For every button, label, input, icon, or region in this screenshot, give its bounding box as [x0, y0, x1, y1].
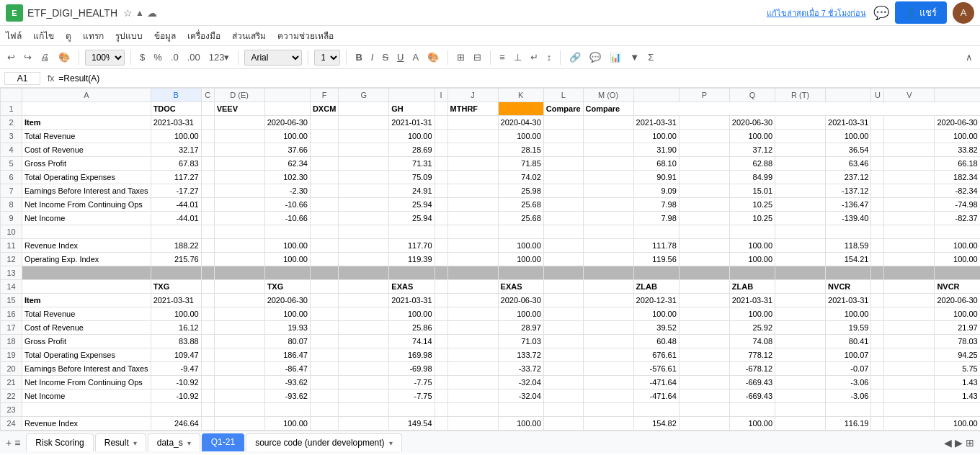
- cell-19-0[interactable]: Total Operating Expenses: [22, 348, 151, 362]
- cell-9-18[interactable]: [871, 212, 884, 225]
- cell-14-13[interactable]: ZLAB: [633, 280, 679, 294]
- tab-data-s[interactable]: data_s ▾: [148, 433, 200, 451]
- cell-13-4[interactable]: [264, 266, 310, 280]
- fontsize-select[interactable]: 1081214: [314, 50, 340, 66]
- cell-21-6[interactable]: [339, 376, 389, 389]
- cell-18-4[interactable]: 80.07: [264, 335, 310, 348]
- cell-6-17[interactable]: 237.12: [826, 171, 871, 184]
- cell-2-12[interactable]: [583, 116, 633, 130]
- cell-9-3[interactable]: [214, 212, 264, 225]
- user-avatar[interactable]: A: [953, 2, 974, 24]
- col-header-F[interactable]: F: [310, 89, 338, 102]
- cell-21-10[interactable]: -32.04: [498, 376, 543, 389]
- cell-20-12[interactable]: [583, 362, 633, 376]
- cell-7-3[interactable]: [214, 184, 264, 198]
- cell-21-17[interactable]: -3.06: [826, 376, 871, 389]
- cell-22-5[interactable]: [310, 389, 338, 403]
- cell-13-0[interactable]: [22, 266, 151, 280]
- cell-17-9[interactable]: [447, 321, 498, 335]
- collapse-button[interactable]: ∧: [963, 50, 976, 64]
- menu-tools[interactable]: เครื่องมือ: [187, 29, 220, 42]
- cell-11-10[interactable]: 100.00: [498, 239, 543, 253]
- cell-19-2[interactable]: [201, 348, 214, 362]
- cell-24-2[interactable]: [201, 417, 214, 431]
- source-tab-dropdown[interactable]: ▾: [389, 439, 393, 447]
- cell-2-18[interactable]: [871, 116, 884, 130]
- col-header-Q[interactable]: Q: [729, 89, 775, 102]
- cell-3-7[interactable]: 100.00: [389, 130, 435, 143]
- cell-12-0[interactable]: Operating Exp. Index: [22, 253, 151, 266]
- cell-11-20[interactable]: 100.00: [935, 239, 980, 253]
- cell-15-1[interactable]: 2021-03-31: [151, 294, 201, 307]
- cell-15-2[interactable]: [201, 294, 214, 307]
- cell-16-18[interactable]: [871, 307, 884, 321]
- cell-13-19[interactable]: [884, 266, 935, 280]
- textwrap-button[interactable]: ↵: [527, 50, 541, 64]
- sheet-area[interactable]: A B C D (E) F G I J K L M (O) P Q R (: [0, 88, 980, 431]
- cell-12-8[interactable]: [435, 253, 447, 266]
- cell-21-2[interactable]: [201, 376, 214, 389]
- cell-4-11[interactable]: [543, 143, 583, 157]
- cell-6-16[interactable]: [775, 171, 826, 184]
- cell-1-9[interactable]: MTHRF: [447, 102, 498, 116]
- cell-22-10[interactable]: -32.04: [498, 389, 543, 403]
- cell-13-14[interactable]: [679, 266, 729, 280]
- col-header-G[interactable]: G: [339, 89, 389, 102]
- cell-1-2[interactable]: [201, 102, 214, 116]
- cell-20-16[interactable]: [775, 362, 826, 376]
- cell-14-7[interactable]: EXAS: [389, 280, 435, 294]
- cell-13-1[interactable]: [151, 266, 201, 280]
- cell-22-8[interactable]: [435, 389, 447, 403]
- cell-23-20[interactable]: [935, 403, 980, 417]
- zoom-select[interactable]: 100%75%125%: [85, 50, 125, 66]
- cell-13-18[interactable]: [871, 266, 884, 280]
- cell-16-17[interactable]: 100.00: [826, 307, 871, 321]
- fillcolor-button[interactable]: 🎨: [424, 50, 442, 64]
- cell-19-4[interactable]: 186.47: [264, 348, 310, 362]
- cell-19-17[interactable]: 100.07: [826, 348, 871, 362]
- cell-6-6[interactable]: [339, 171, 389, 184]
- cell-21-20[interactable]: 1.43: [935, 376, 980, 389]
- cell-20-7[interactable]: -69.98: [389, 362, 435, 376]
- cell-2-0[interactable]: Item: [22, 116, 151, 130]
- cell-21-5[interactable]: [310, 376, 338, 389]
- cell-1-0[interactable]: [22, 102, 151, 116]
- cell-24-5[interactable]: [310, 417, 338, 431]
- cell-16-11[interactable]: [543, 307, 583, 321]
- cell-20-11[interactable]: [543, 362, 583, 376]
- cell-18-20[interactable]: 78.03: [935, 335, 980, 348]
- cell-9-20[interactable]: -82.37: [935, 212, 980, 225]
- cell-22-19[interactable]: [884, 389, 935, 403]
- cell-5-0[interactable]: Gross Profit: [22, 157, 151, 171]
- cell-4-9[interactable]: [447, 143, 498, 157]
- cell-14-15[interactable]: ZLAB: [729, 280, 775, 294]
- cell-12-16[interactable]: [775, 253, 826, 266]
- cell-4-15[interactable]: 37.12: [729, 143, 775, 157]
- row-header-7[interactable]: 7: [1, 184, 22, 198]
- cell-1-5[interactable]: DXCM: [310, 102, 338, 116]
- cell-7-0[interactable]: Earnings Before Interest and Taxes: [22, 184, 151, 198]
- cell-21-15[interactable]: -669.43: [729, 376, 775, 389]
- cell-12-2[interactable]: [201, 253, 214, 266]
- cell-5-2[interactable]: [201, 157, 214, 171]
- cell-8-0[interactable]: Net Income From Continuing Ops: [22, 198, 151, 212]
- strikethrough-button[interactable]: S: [379, 50, 391, 64]
- cell-23-19[interactable]: [884, 403, 935, 417]
- cell-9-10[interactable]: 25.68: [498, 212, 543, 225]
- cell-21-19[interactable]: [884, 376, 935, 389]
- cell-20-5[interactable]: [310, 362, 338, 376]
- cell-10-13[interactable]: [633, 225, 679, 239]
- cell-2-20[interactable]: 2020-06-30: [935, 116, 980, 130]
- cell-5-20[interactable]: 66.18: [935, 157, 980, 171]
- cell-8-20[interactable]: -74.98: [935, 198, 980, 212]
- cell-24-3[interactable]: [214, 417, 264, 431]
- cell-15-20[interactable]: 2020-06-30: [935, 294, 980, 307]
- row-header-2[interactable]: 2: [1, 116, 22, 130]
- cell-16-7[interactable]: 100.00: [389, 307, 435, 321]
- col-header-C[interactable]: C: [201, 89, 214, 102]
- cell-23-2[interactable]: [201, 403, 214, 417]
- cell-16-4[interactable]: 100.00: [264, 307, 310, 321]
- cell-9-13[interactable]: 7.98: [633, 212, 679, 225]
- col-header-E[interactable]: [264, 89, 310, 102]
- cell-9-16[interactable]: [775, 212, 826, 225]
